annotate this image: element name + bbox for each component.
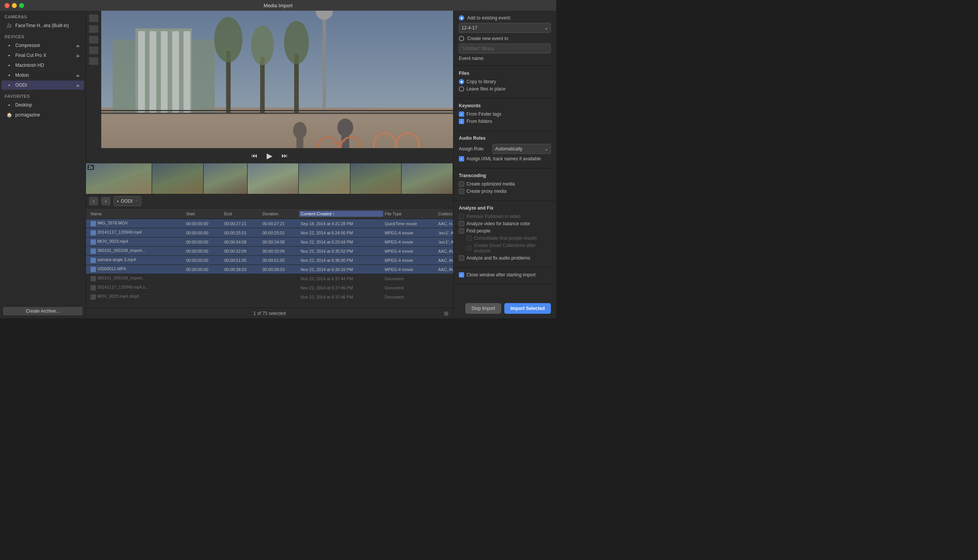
filmstrip-frame[interactable] <box>152 163 204 194</box>
from-finder-tags-label: From Finder tags <box>466 112 501 117</box>
filmstrip-frame[interactable] <box>350 163 402 194</box>
forward-button[interactable]: › <box>101 197 110 205</box>
audio-roles-title: Audio Roles <box>459 135 551 141</box>
col-file-type[interactable]: File Type <box>383 212 437 216</box>
eject-icon[interactable]: ⏏ <box>76 53 79 58</box>
next-button[interactable]: ⏭ <box>280 151 289 161</box>
close-window-checkbox[interactable] <box>459 272 464 278</box>
create-archive-button[interactable]: Create Archive... <box>3 307 82 315</box>
table-row[interactable]: MOV_0023.mp4.sfvp0 Nov 22, 2014 at 6:37:… <box>86 292 453 302</box>
back-button[interactable]: ‹ <box>89 197 98 205</box>
sidebar-item-compressor[interactable]: ▪ Compressor ⏏ <box>2 41 84 50</box>
eject-icon[interactable]: ⏏ <box>76 83 79 87</box>
cell-file-type: MPEG-4 movie <box>383 240 437 244</box>
cell-codecs: 'avc1'; AAC <box>437 230 453 235</box>
sidebar-item-facetime[interactable]: 🎥 FaceTime H...era (Built-in) <box>2 21 84 30</box>
from-finder-tags-checkbox[interactable] <box>459 112 464 117</box>
add-to-existing-radio[interactable] <box>459 15 464 21</box>
preview-icon-5[interactable] <box>89 57 98 65</box>
table-body: IMG_3578.MOV 00:00:00:00 00:00:27:21 00:… <box>86 219 453 308</box>
cell-file-type: MPEG-4 movie <box>383 267 437 272</box>
maximize-button[interactable] <box>19 3 24 8</box>
preview-icon-4[interactable] <box>89 47 98 54</box>
assign-ixml-checkbox[interactable] <box>459 156 464 162</box>
event-name-label: Event name: <box>459 56 485 61</box>
minimize-button[interactable] <box>12 3 17 8</box>
col-duration[interactable]: Duration <box>261 212 299 216</box>
sidebar: CAMERAS 🎥 FaceTime H...era (Built-in) DE… <box>0 11 86 318</box>
svg-point-10 <box>214 17 242 63</box>
eject-icon[interactable]: ⏏ <box>76 43 79 48</box>
table-row[interactable]: IMG_3578.MOV 00:00:00:00 00:00:27:21 00:… <box>86 219 453 228</box>
previous-button[interactable]: ⏮ <box>250 151 259 161</box>
event-date-selector[interactable]: 12-4-17 ⌄ <box>459 23 551 33</box>
col-codecs[interactable]: Codecs <box>437 212 453 216</box>
cell-created: Nov 22, 2014 at 6:36:16 PM <box>299 267 383 272</box>
find-people-checkbox[interactable] <box>459 228 464 233</box>
cell-created: Nov 22, 2014 at 6:37:46 PM <box>299 295 383 299</box>
leave-files-radio[interactable] <box>459 86 464 92</box>
window-controls[interactable] <box>5 3 24 8</box>
eject-icon[interactable]: ⏏ <box>76 73 79 77</box>
analyze-audio-checkbox[interactable] <box>459 255 464 261</box>
cell-name: 20141117_120949.mp4.s... <box>89 285 184 290</box>
status-bar: 1 of 75 selected ⊞ <box>86 308 453 318</box>
from-folders-checkbox[interactable] <box>459 119 464 124</box>
copy-to-library-radio[interactable] <box>459 79 464 84</box>
create-optimized-checkbox[interactable] <box>459 181 464 187</box>
table-row[interactable]: 20141117_120949.mp4.s... Nov 22, 2014 at… <box>86 283 453 292</box>
svg-point-14 <box>284 21 309 64</box>
table-row[interactable]: VID00011.MP4 00:00:00:00 00:00:38:03 00:… <box>86 265 453 274</box>
filmstrip-frame[interactable] <box>401 163 453 194</box>
sidebar-item-pcmagazine[interactable]: 🏠 pcmagazine <box>2 110 84 120</box>
table-row[interactable]: samara angle 2.mp4 00:00:00:00 00:00:51:… <box>86 256 453 265</box>
filmstrip[interactable]: 2s <box>86 163 453 194</box>
location-selector[interactable]: ▪ OODI ⌃ <box>114 196 141 206</box>
sidebar-item-fcpx[interactable]: ▪ Final Cut Pro X ⏏ <box>2 51 84 60</box>
stop-import-button[interactable]: Stop Import <box>465 303 501 314</box>
cell-start: 00:00:00:00 <box>184 258 223 263</box>
assign-ixml-label: Assign iXML track names if available <box>466 156 541 162</box>
col-start[interactable]: Start <box>184 212 223 216</box>
untitled-library-input[interactable]: "Untitled" library <box>459 43 551 53</box>
filmstrip-frame[interactable] <box>86 163 152 194</box>
preview-icon-1[interactable] <box>89 15 98 22</box>
leave-files-label: Leave files in place <box>466 86 505 92</box>
cell-start: 00:00:00:00 <box>184 249 223 253</box>
filmstrip-frame[interactable] <box>299 163 350 194</box>
table-row[interactable]: 080101_000108_import... 00:00:00:00 00:0… <box>86 247 453 256</box>
chevron-down-icon: ⌄ <box>544 25 548 30</box>
col-content-created[interactable]: Content Created ↑ <box>299 211 383 217</box>
preview-icon-2[interactable] <box>89 25 98 33</box>
preview-icon-3[interactable] <box>89 36 98 43</box>
analyze-balance-checkbox[interactable] <box>459 221 464 227</box>
table-row[interactable]: 20141117_120949.mp4 00:00:00:00 00:00:25… <box>86 228 453 237</box>
cell-file-type: Document <box>383 277 437 281</box>
col-name[interactable]: Name <box>89 212 184 216</box>
import-selected-button[interactable]: Import Selected <box>504 303 551 314</box>
assign-role-selector[interactable]: Automatically ⌄ <box>492 144 551 154</box>
create-proxy-checkbox[interactable] <box>459 188 464 194</box>
filmstrip-frame[interactable] <box>204 163 247 194</box>
sidebar-item-macintosh[interactable]: ▪ Macintosh HD <box>2 61 84 70</box>
close-button[interactable] <box>5 3 10 8</box>
table-row[interactable]: 080101_000108_import... Nov 22, 2014 at … <box>86 274 453 283</box>
cell-created: Nov 22, 2014 at 6:35:52 PM <box>299 249 383 253</box>
play-button[interactable]: ▶ <box>265 150 274 162</box>
sidebar-item-label: Final Cut Pro X <box>15 53 73 58</box>
grid-icon[interactable]: ⊞ <box>444 310 448 317</box>
file-browser: ‹ › ▪ OODI ⌃ Name Start End Duration Con… <box>86 194 453 318</box>
cell-created: Sep 18, 2014 at 4:21:28 PM <box>299 222 383 226</box>
table-row[interactable]: MOV_0023.mp4 00:00:00:00 00:00:34:08 00:… <box>86 237 453 247</box>
sidebar-item-desktop[interactable]: ▪ Desktop <box>2 100 84 110</box>
col-end[interactable]: End <box>223 212 261 216</box>
filmstrip-frame[interactable] <box>247 163 299 194</box>
table-header: Name Start End Duration Content Created … <box>86 208 453 219</box>
home-icon: 🏠 <box>6 112 12 118</box>
cell-end: 00:00:51:05 <box>223 258 261 263</box>
sidebar-item-motion[interactable]: ▪ Motion ⏏ <box>2 71 84 80</box>
create-proxy-label: Create proxy media <box>466 188 507 194</box>
create-new-event-radio[interactable] <box>459 36 464 41</box>
cell-file-type: Document <box>383 285 437 290</box>
sidebar-item-oodi[interactable]: ▪ OODI ⏏ <box>2 80 84 90</box>
